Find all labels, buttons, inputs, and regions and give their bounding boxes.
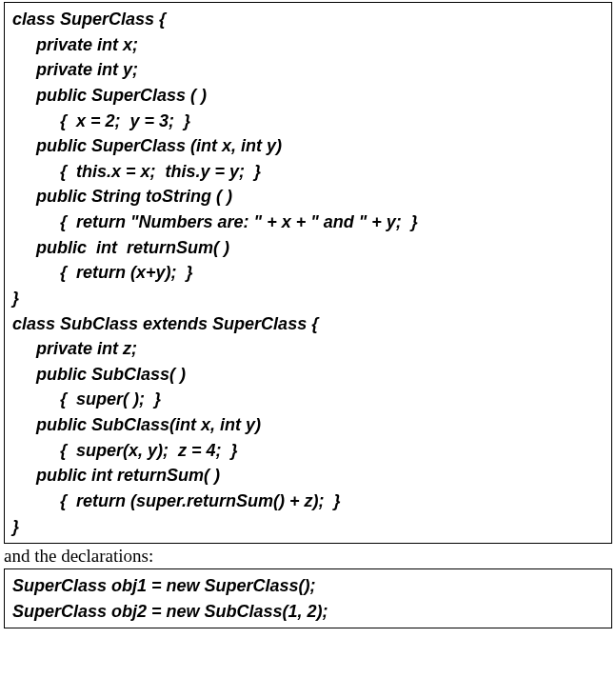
declarations-label: and the declarations: [4, 546, 612, 567]
code-block-1: class SuperClass { private int x; privat… [4, 2, 612, 544]
code-block-2: SuperClass obj1 = new SuperClass(); Supe… [4, 568, 612, 628]
